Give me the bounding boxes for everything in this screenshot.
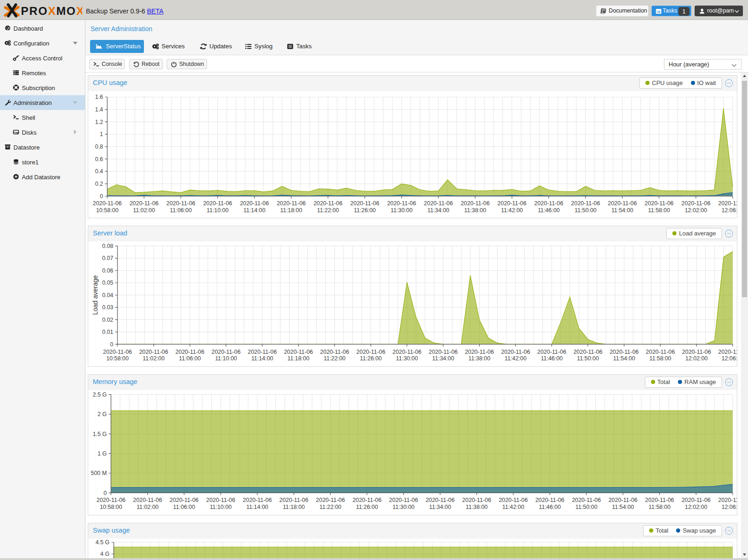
svg-text:11:54:00: 11:54:00 [612, 504, 634, 510]
svg-text:2020-11-06: 2020-11-06 [103, 349, 132, 355]
svg-text:11:58:00: 11:58:00 [649, 355, 671, 362]
svg-text:11:42:00: 11:42:00 [502, 504, 524, 510]
svg-text:0: 0 [104, 490, 107, 496]
svg-text:11:30:00: 11:30:00 [392, 504, 414, 510]
svg-text:2020-11-06: 2020-11-06 [169, 497, 199, 503]
svg-text:2020-11-06: 2020-11-06 [424, 200, 453, 207]
svg-text:2020-11-06: 2020-11-06 [284, 349, 313, 355]
svg-text:11:58:00: 11:58:00 [649, 504, 670, 510]
svg-text:11:06:00: 11:06:00 [170, 207, 192, 214]
svg-text:11:26:00: 11:26:00 [354, 207, 376, 214]
svg-text:11:26:00: 11:26:00 [356, 504, 378, 510]
svg-text:11:18:00: 11:18:00 [280, 207, 302, 214]
svg-text:11:10:00: 11:10:00 [207, 207, 228, 214]
svg-text:2020-11-06: 2020-11-06 [176, 349, 205, 355]
svg-text:2020-11-06: 2020-11-06 [356, 349, 385, 355]
svg-text:2020-11-06: 2020-11-06 [537, 349, 566, 355]
svg-text:2020-11-06: 2020-11-06 [718, 200, 737, 207]
svg-text:2020-11-06: 2020-11-06 [280, 497, 309, 503]
svg-text:11:14:00: 11:14:00 [243, 207, 265, 214]
svg-text:11:42:00: 11:42:00 [501, 207, 523, 214]
svg-text:2020-11-06: 2020-11-06 [608, 497, 637, 503]
svg-text:11:02:00: 11:02:00 [137, 504, 158, 510]
svg-text:2020-11-06: 2020-11-06 [426, 497, 455, 503]
svg-text:11:14:00: 11:14:00 [251, 355, 273, 362]
svg-text:2020-11-06: 2020-11-06 [535, 497, 565, 503]
svg-text:2020-11-06: 2020-11-06 [133, 497, 163, 503]
svg-text:0.04: 0.04 [102, 292, 113, 299]
svg-text:2020-11-06: 2020-11-06 [320, 349, 349, 355]
svg-text:12:06:00: 12:06:00 [722, 355, 737, 362]
svg-text:2020-11-06: 2020-11-06 [316, 497, 345, 503]
svg-text:Load average: Load average [91, 275, 99, 315]
svg-text:2020-11-06: 2020-11-06 [389, 497, 418, 503]
svg-text:0: 0 [100, 193, 103, 200]
svg-text:2020-11-06: 2020-11-06 [573, 349, 603, 355]
svg-text:2020-11-06: 2020-11-06 [718, 349, 737, 355]
svg-text:12:02:00: 12:02:00 [685, 355, 708, 362]
svg-text:2020-11-06: 2020-11-06 [139, 349, 169, 355]
svg-text:2020-11-06: 2020-11-06 [352, 497, 382, 503]
svg-text:1.2: 1.2 [95, 119, 103, 125]
svg-text:11:54:00: 11:54:00 [613, 355, 635, 362]
svg-text:0.6: 0.6 [95, 156, 103, 163]
svg-text:11:34:00: 11:34:00 [429, 504, 451, 510]
svg-text:4 G: 4 G [100, 551, 110, 557]
svg-text:11:46:00: 11:46:00 [541, 355, 563, 362]
svg-text:11:38:00: 11:38:00 [468, 355, 490, 362]
svg-text:2020-11-06: 2020-11-06 [462, 497, 491, 503]
svg-text:2020-11-06: 2020-11-06 [534, 200, 564, 207]
svg-text:2020-11-06: 2020-11-06 [608, 200, 637, 207]
svg-text:11:02:00: 11:02:00 [133, 207, 155, 214]
svg-text:11:06:00: 11:06:00 [179, 355, 201, 362]
svg-text:11:10:00: 11:10:00 [215, 355, 237, 362]
svg-text:2020-11-06: 2020-11-06 [465, 349, 494, 355]
svg-text:11:18:00: 11:18:00 [283, 504, 305, 510]
svg-text:2020-11-06: 2020-11-06 [277, 200, 306, 207]
svg-text:2020-11-06: 2020-11-06 [497, 200, 527, 207]
svg-text:11:18:00: 11:18:00 [287, 355, 309, 362]
svg-text:500 M: 500 M [91, 470, 107, 476]
svg-text:11:22:00: 11:22:00 [319, 504, 341, 510]
svg-text:1.6: 1.6 [95, 94, 103, 100]
svg-text:0.06: 0.06 [102, 267, 113, 274]
svg-text:1.5 G: 1.5 G [93, 431, 107, 437]
svg-text:12:02:00: 12:02:00 [685, 207, 707, 214]
svg-text:11:54:00: 11:54:00 [611, 207, 633, 214]
svg-text:11:02:00: 11:02:00 [143, 355, 164, 362]
svg-text:2020-11-06: 2020-11-06 [682, 497, 711, 503]
svg-text:PROXMOX: PROXMOX [21, 5, 82, 17]
svg-text:2020-11-06: 2020-11-06 [682, 349, 711, 355]
svg-text:0.05: 0.05 [102, 280, 113, 286]
svg-text:11:38:00: 11:38:00 [464, 207, 486, 214]
svg-text:1 G: 1 G [98, 450, 107, 457]
svg-text:11:22:00: 11:22:00 [317, 207, 339, 214]
svg-text:11:30:00: 11:30:00 [390, 207, 412, 214]
svg-text:11:42:00: 11:42:00 [505, 355, 527, 362]
svg-text:0.07: 0.07 [102, 255, 113, 261]
svg-text:2020-11-06: 2020-11-06 [313, 200, 343, 207]
svg-text:0.03: 0.03 [102, 304, 113, 311]
svg-text:2020-11-06: 2020-11-06 [718, 497, 737, 503]
svg-text:11:50:00: 11:50:00 [577, 355, 599, 362]
svg-text:2020-11-06: 2020-11-06 [243, 497, 272, 503]
svg-text:2020-11-06: 2020-11-06 [387, 200, 416, 207]
svg-text:2020-11-06: 2020-11-06 [130, 200, 159, 207]
svg-text:2020-11-06: 2020-11-06 [203, 200, 232, 207]
svg-text:11:14:00: 11:14:00 [246, 504, 268, 510]
svg-text:11:34:00: 11:34:00 [427, 207, 449, 214]
svg-text:2020-11-06: 2020-11-06 [97, 497, 126, 503]
svg-text:11:38:00: 11:38:00 [466, 504, 488, 510]
svg-text:2020-11-06: 2020-11-06 [166, 200, 195, 207]
svg-text:10:58:00: 10:58:00 [96, 207, 118, 214]
svg-text:2020-11-06: 2020-11-06 [646, 349, 675, 355]
svg-text:10:58:00: 10:58:00 [100, 504, 122, 510]
svg-text:2020-11-06: 2020-11-06 [499, 497, 528, 503]
svg-text:0.2: 0.2 [95, 181, 103, 187]
svg-text:0.01: 0.01 [102, 329, 113, 335]
svg-text:11:22:00: 11:22:00 [324, 355, 345, 362]
svg-text:2.5 G: 2.5 G [93, 391, 107, 398]
svg-text:1: 1 [100, 131, 103, 137]
svg-text:2020-11-06: 2020-11-06 [645, 497, 674, 503]
svg-text:11:34:00: 11:34:00 [432, 355, 454, 362]
